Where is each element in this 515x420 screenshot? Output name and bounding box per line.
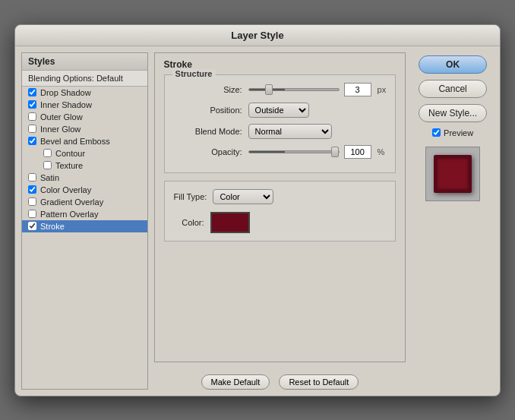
blend-mode-row: Blend Mode: Normal Multiply Screen xyxy=(174,124,387,139)
opacity-row: Opacity: % xyxy=(174,145,387,159)
size-input[interactable] xyxy=(344,83,371,96)
preview-checkbox[interactable] xyxy=(432,128,441,137)
layer-item-checkbox[interactable] xyxy=(28,173,36,182)
size-unit: px xyxy=(378,85,387,94)
layer-item-label: Contour xyxy=(55,149,85,158)
blend-options-item[interactable]: Blending Options: Default xyxy=(22,71,147,87)
left-panel: Styles Blending Options: Default Drop Sh… xyxy=(21,52,148,390)
layer-item[interactable]: Inner Shadow xyxy=(22,99,147,111)
layer-item-label: Inner Glow xyxy=(40,125,81,134)
layer-item[interactable]: Drop Shadow xyxy=(22,87,147,99)
stroke-section-title: Stroke xyxy=(164,59,397,70)
layer-item[interactable]: Satin xyxy=(22,172,147,184)
opacity-slider[interactable] xyxy=(248,150,340,153)
size-label: Size: xyxy=(174,85,242,94)
layer-item-label: Satin xyxy=(40,173,59,182)
layer-item-checkbox[interactable] xyxy=(43,161,52,169)
layer-style-dialog: Layer Style Styles Blending Options: Def… xyxy=(14,24,501,396)
structure-label: Structure xyxy=(172,69,216,78)
layer-item-label: Bevel and Emboss xyxy=(40,137,110,146)
fill-type-label: Fill Type: xyxy=(174,192,207,201)
layer-item-label: Pattern Overlay xyxy=(40,210,98,219)
size-slider[interactable] xyxy=(248,88,340,91)
layer-item[interactable]: Contour xyxy=(22,147,147,159)
layer-item-checkbox[interactable] xyxy=(28,88,36,96)
new-style-button[interactable]: New Style... xyxy=(419,104,487,122)
layer-item-label: Drop Shadow xyxy=(40,88,91,97)
size-row: Size: px xyxy=(174,83,387,96)
fill-type-row: Fill Type: Color Gradient Pattern xyxy=(174,189,387,204)
bottom-buttons: Make Default Reset to Default xyxy=(154,374,406,390)
layer-item-checkbox[interactable] xyxy=(28,100,36,109)
main-panel: Stroke Structure Size: px xyxy=(154,52,406,390)
layer-item-label: Texture xyxy=(55,161,83,170)
make-default-button[interactable]: Make Default xyxy=(201,374,270,390)
blend-mode-label: Blend Mode: xyxy=(174,127,242,136)
right-panel: OK Cancel New Style... Preview xyxy=(412,52,494,390)
layer-item-label: Gradient Overlay xyxy=(40,197,103,207)
layer-item-label: Stroke xyxy=(40,222,65,231)
styles-header[interactable]: Styles xyxy=(22,53,147,71)
preview-box xyxy=(425,147,480,201)
layer-item[interactable]: Inner Glow xyxy=(22,123,147,135)
styles-label: Styles xyxy=(28,56,55,67)
layer-item-checkbox[interactable] xyxy=(28,197,36,206)
dialog-title: Layer Style xyxy=(231,30,283,41)
layer-item[interactable]: Bevel and Emboss xyxy=(22,135,147,147)
reset-to-default-button[interactable]: Reset to Default xyxy=(279,374,359,390)
dialog-body: Styles Blending Options: Default Drop Sh… xyxy=(15,46,500,396)
opacity-unit: % xyxy=(378,147,385,156)
preview-text: Preview xyxy=(444,128,473,137)
color-row: Color: xyxy=(174,212,387,233)
layer-item[interactable]: Texture xyxy=(22,159,147,172)
fill-type-section: Fill Type: Color Gradient Pattern Color: xyxy=(164,181,397,242)
layer-items-list: Drop ShadowInner ShadowOuter GlowInner G… xyxy=(22,87,147,232)
ok-button[interactable]: OK xyxy=(419,55,487,74)
layer-item-checkbox[interactable] xyxy=(28,137,36,145)
layer-item[interactable]: Gradient Overlay xyxy=(22,196,147,208)
blend-mode-select[interactable]: Normal Multiply Screen xyxy=(248,124,332,139)
fill-type-select[interactable]: Color Gradient Pattern xyxy=(213,189,273,204)
structure-group: Structure Size: px Position: xyxy=(164,74,397,173)
layer-item-label: Outer Glow xyxy=(40,112,83,122)
opacity-label: Opacity: xyxy=(174,147,242,156)
layer-item[interactable]: Color Overlay xyxy=(22,184,147,196)
stroke-section: Stroke Structure Size: px xyxy=(154,52,406,362)
preview-inner xyxy=(434,155,472,193)
layer-item-checkbox[interactable] xyxy=(28,210,36,218)
layer-item-checkbox[interactable] xyxy=(28,125,36,133)
dialog-titlebar: Layer Style xyxy=(15,25,500,46)
position-row: Position: Outside Inside Center xyxy=(174,103,387,118)
color-swatch[interactable] xyxy=(210,212,250,233)
layer-item-checkbox[interactable] xyxy=(43,149,52,157)
position-label: Position: xyxy=(174,106,242,115)
opacity-input[interactable] xyxy=(344,145,371,159)
layer-item-label: Color Overlay xyxy=(40,185,91,194)
layer-item-checkbox[interactable] xyxy=(28,222,36,230)
layer-item-label: Inner Shadow xyxy=(40,100,92,109)
color-label: Color: xyxy=(174,218,204,227)
layer-item[interactable]: Outer Glow xyxy=(22,111,147,123)
layer-item[interactable]: Pattern Overlay xyxy=(22,208,147,220)
position-select[interactable]: Outside Inside Center xyxy=(248,103,309,118)
cancel-button[interactable]: Cancel xyxy=(419,80,487,98)
preview-label-row: Preview xyxy=(432,128,473,137)
layer-item[interactable]: Stroke xyxy=(22,220,147,232)
layer-item-checkbox[interactable] xyxy=(28,185,36,194)
layer-item-checkbox[interactable] xyxy=(28,112,36,121)
